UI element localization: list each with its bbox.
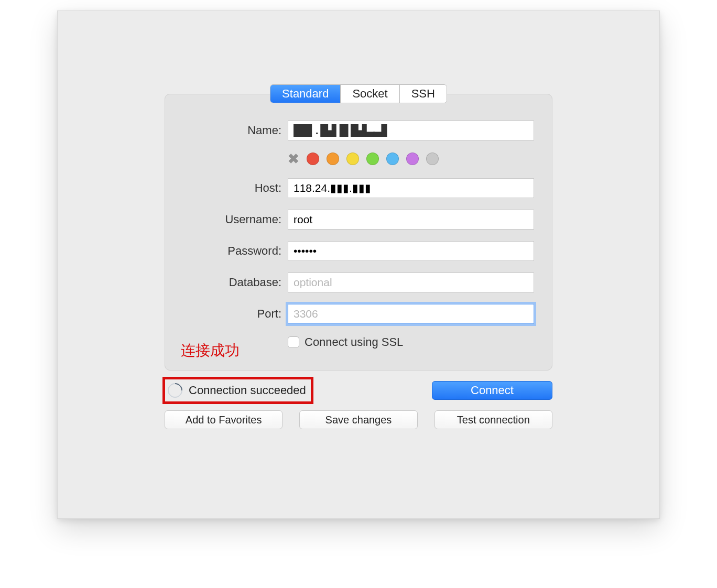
color-swatch-red[interactable] xyxy=(307,153,319,165)
test-connection-button[interactable]: Test connection xyxy=(434,410,552,429)
password-row: Password: xyxy=(183,241,534,261)
form-panel: Name: ✖ Host: Username: xyxy=(165,94,552,371)
tab-bar: Standard Socket SSH xyxy=(58,84,659,103)
port-label: Port: xyxy=(183,307,288,321)
name-row: Name: xyxy=(183,121,534,140)
color-row: ✖ xyxy=(183,152,534,166)
add-favorites-button[interactable]: Add to Favorites xyxy=(165,410,283,429)
color-swatch-purple[interactable] xyxy=(406,153,419,165)
spinner-icon xyxy=(165,380,186,401)
username-label: Username: xyxy=(183,213,288,226)
username-input[interactable] xyxy=(288,210,534,230)
database-row: Database: xyxy=(183,273,534,292)
color-swatch-green[interactable] xyxy=(366,153,379,165)
host-input[interactable] xyxy=(288,178,534,198)
color-swatch-orange[interactable] xyxy=(327,153,339,165)
connect-button[interactable]: Connect xyxy=(432,381,552,400)
database-label: Database: xyxy=(183,276,288,289)
status-area: Connection succeeded xyxy=(165,381,311,400)
tab-standard[interactable]: Standard xyxy=(270,85,341,103)
save-changes-button[interactable]: Save changes xyxy=(299,410,417,429)
host-label: Host: xyxy=(183,181,288,195)
clear-color-icon[interactable]: ✖ xyxy=(288,152,299,166)
color-swatch-gray[interactable] xyxy=(426,153,439,165)
username-row: Username: xyxy=(183,210,534,230)
name-label: Name: xyxy=(183,124,288,137)
port-row: Port: xyxy=(183,304,534,324)
name-input[interactable] xyxy=(288,121,534,140)
database-input[interactable] xyxy=(288,273,534,292)
host-row: Host: xyxy=(183,178,534,198)
port-input[interactable] xyxy=(288,304,534,324)
ssl-label: Connect using SSL xyxy=(305,335,403,349)
password-input[interactable] xyxy=(288,241,534,261)
tab-socket[interactable]: Socket xyxy=(341,85,399,103)
annotation-text: 连接成功 xyxy=(181,341,240,361)
status-row: Connection succeeded Connect xyxy=(165,381,552,400)
bottom-button-row: Add to Favorites Save changes Test conne… xyxy=(165,410,552,429)
color-swatch-yellow[interactable] xyxy=(346,153,359,165)
footer: Connection succeeded Connect Add to Favo… xyxy=(165,381,552,429)
color-swatch-blue[interactable] xyxy=(386,153,399,165)
segmented-control: Standard Socket SSH xyxy=(270,84,447,103)
status-text: Connection succeeded xyxy=(189,384,306,397)
tab-ssh[interactable]: SSH xyxy=(400,85,447,103)
ssl-checkbox[interactable] xyxy=(288,336,299,348)
name-field-wrap xyxy=(288,121,534,140)
connection-window: Standard Socket SSH Name: ✖ Host: xyxy=(57,10,660,519)
password-label: Password: xyxy=(183,244,288,258)
